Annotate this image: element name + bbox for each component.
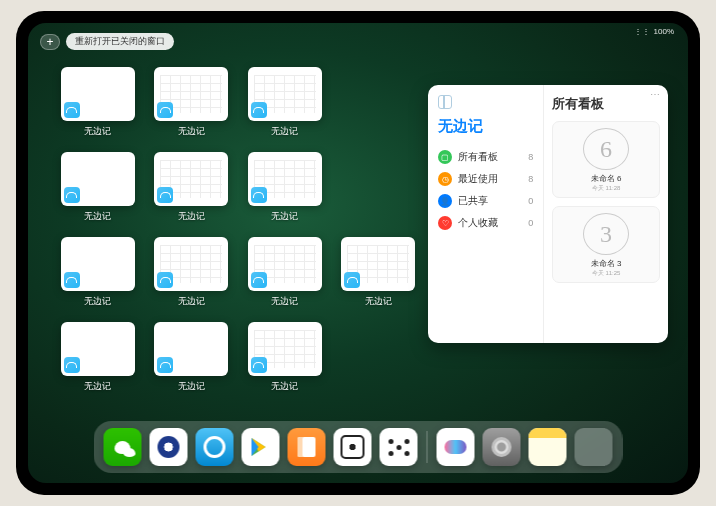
freeform-icon <box>157 187 173 203</box>
dock-divider <box>427 431 428 463</box>
board-timestamp: 今天 11:28 <box>592 184 621 193</box>
wifi-icon: ⋮⋮ <box>634 27 650 36</box>
tile-label: 无边记 <box>84 295 111 308</box>
screen: ⋮⋮ 100% + 重新打开已关闭的窗口 无边记 无边记 无边记 <box>28 23 688 483</box>
panel-title: 无边记 <box>438 117 533 136</box>
freeform-icon <box>64 187 80 203</box>
freeform-icon <box>157 272 173 288</box>
window-tile[interactable]: 无边记 <box>245 152 325 223</box>
app-dice-icon[interactable] <box>334 428 372 466</box>
filter-count: 0 <box>528 218 533 228</box>
tile-label: 无边记 <box>271 380 298 393</box>
filter-all-boards[interactable]: ▢ 所有看板 8 <box>438 146 533 168</box>
window-tile[interactable]: 无边记 <box>58 152 138 223</box>
freeform-icon <box>157 357 173 373</box>
filter-label: 个人收藏 <box>458 216 498 230</box>
window-tile[interactable]: 无边记 <box>58 67 138 138</box>
dock <box>94 421 623 473</box>
tile-label: 无边记 <box>178 380 205 393</box>
board-card[interactable]: 6 未命名 6 今天 11:28 <box>552 121 660 198</box>
freeform-icon <box>251 187 267 203</box>
freeform-icon <box>251 357 267 373</box>
app-wechat-icon[interactable] <box>104 428 142 466</box>
section-title: 所有看板 <box>552 95 660 113</box>
window-tile[interactable]: 无边记 <box>58 322 138 393</box>
board-name: 未命名 3 <box>591 258 622 269</box>
filter-count: 0 <box>528 196 533 206</box>
filter-count: 8 <box>528 152 533 162</box>
top-bar: + 重新打开已关闭的窗口 <box>40 33 174 50</box>
tile-label: 无边记 <box>178 125 205 138</box>
window-tile[interactable]: 无边记 <box>339 237 419 308</box>
filter-label: 最近使用 <box>458 172 498 186</box>
app-graph-icon[interactable] <box>380 428 418 466</box>
tile-label: 无边记 <box>84 210 111 223</box>
person-icon: 👤 <box>438 194 452 208</box>
add-button[interactable]: + <box>40 34 60 50</box>
app-settings-icon[interactable] <box>483 428 521 466</box>
grid-icon: ▢ <box>438 150 452 164</box>
multitask-grid: 无边记 无边记 无边记 无边记 无边记 无边记 <box>58 67 418 393</box>
freeform-icon <box>344 272 360 288</box>
tile-label: 无边记 <box>178 210 205 223</box>
status-bar: ⋮⋮ 100% <box>634 27 674 36</box>
tile-label: 无边记 <box>84 380 111 393</box>
filter-favorites[interactable]: ♡ 个人收藏 0 <box>438 212 533 234</box>
freeform-icon <box>64 272 80 288</box>
freeform-panel[interactable]: ⋯ 无边记 ▢ 所有看板 8 ◷ 最近使用 8 👤 已共享 0 <box>428 85 668 343</box>
tile-label: 无边记 <box>365 295 392 308</box>
window-tile[interactable]: 无边记 <box>58 237 138 308</box>
window-tile[interactable]: 无边记 <box>245 322 325 393</box>
ipad-frame: ⋮⋮ 100% + 重新打开已关闭的窗口 无边记 无边记 无边记 <box>16 11 700 495</box>
app-play-icon[interactable] <box>242 428 280 466</box>
app-browser-icon[interactable] <box>196 428 234 466</box>
reopen-window-button[interactable]: 重新打开已关闭的窗口 <box>66 33 174 50</box>
tile-label: 无边记 <box>271 125 298 138</box>
tile-label: 无边记 <box>271 295 298 308</box>
filter-label: 所有看板 <box>458 150 498 164</box>
window-tile[interactable]: 无边记 <box>152 322 232 393</box>
tile-label: 无边记 <box>271 210 298 223</box>
app-books-icon[interactable] <box>288 428 326 466</box>
app-quark-icon[interactable] <box>150 428 188 466</box>
board-card[interactable]: 3 未命名 3 今天 11:25 <box>552 206 660 283</box>
tile-label: 无边记 <box>178 295 205 308</box>
board-preview: 6 <box>583 128 629 170</box>
board-preview: 3 <box>583 213 629 255</box>
freeform-icon <box>64 102 80 118</box>
app-notes-icon[interactable] <box>529 428 567 466</box>
app-folder-icon[interactable] <box>575 428 613 466</box>
app-freeform-icon[interactable] <box>437 428 475 466</box>
tile-label: 无边记 <box>84 125 111 138</box>
heart-icon: ♡ <box>438 216 452 230</box>
board-name: 未命名 6 <box>591 173 622 184</box>
sidebar-toggle-icon[interactable] <box>438 95 452 109</box>
battery-label: 100% <box>654 27 674 36</box>
panel-sidebar: 无边记 ▢ 所有看板 8 ◷ 最近使用 8 👤 已共享 0 ♡ <box>428 85 543 343</box>
freeform-icon <box>64 357 80 373</box>
clock-icon: ◷ <box>438 172 452 186</box>
freeform-icon <box>157 102 173 118</box>
window-tile[interactable]: 无边记 <box>152 67 232 138</box>
filter-count: 8 <box>528 174 533 184</box>
window-tile[interactable]: 无边记 <box>152 237 232 308</box>
more-icon[interactable]: ⋯ <box>650 89 660 100</box>
window-tile[interactable]: 无边记 <box>245 237 325 308</box>
filter-label: 已共享 <box>458 194 488 208</box>
window-tile[interactable]: 无边记 <box>245 67 325 138</box>
filter-shared[interactable]: 👤 已共享 0 <box>438 190 533 212</box>
freeform-icon <box>251 272 267 288</box>
panel-content: 所有看板 6 未命名 6 今天 11:28 3 未命名 3 今天 11:25 <box>543 85 668 343</box>
freeform-icon <box>251 102 267 118</box>
board-timestamp: 今天 11:25 <box>592 269 621 278</box>
filter-recent[interactable]: ◷ 最近使用 8 <box>438 168 533 190</box>
window-tile[interactable]: 无边记 <box>152 152 232 223</box>
